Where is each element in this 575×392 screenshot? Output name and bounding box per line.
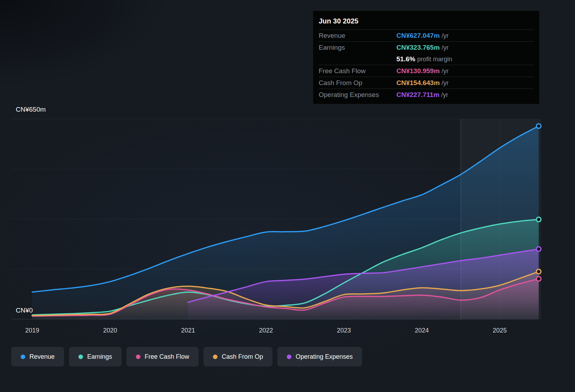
legend-item-revenue[interactable]: Revenue [11,347,64,366]
endpoint-earnings [536,217,541,222]
legend-label: Cash From Op [222,353,263,360]
x-axis-label: 2021 [181,327,195,334]
x-axis-label: 2019 [25,327,39,334]
tooltip-label: Operating Expenses [319,91,396,99]
legend-item-earnings[interactable]: Earnings [69,347,122,366]
y-axis-max-label: CN¥650m [16,106,46,113]
x-axis-label: 2020 [103,327,117,334]
chart-panel: Jun 30 2025 Revenue CN¥627.047m /yr Earn… [0,0,575,392]
legend-label: Earnings [87,353,112,360]
tooltip-value: CN¥154.643m /yr [396,79,534,87]
tooltip-value: CN¥323.765m /yr [396,44,534,51]
tooltip-value: CN¥227.711m /yr [396,91,534,99]
legend-label: Revenue [29,353,55,360]
x-axis-label: 2023 [337,327,351,334]
endpoint-free_cash_flow [536,276,541,281]
legend-item-operating-expenses[interactable]: Operating Expenses [277,347,362,366]
legend-item-free-cash-flow[interactable]: Free Cash Flow [126,347,199,366]
tooltip-row-revenue: Revenue CN¥627.047m /yr [319,29,534,41]
x-axis-label: 2025 [493,327,507,334]
revenue-dot-icon [21,355,25,359]
tooltip-value: CN¥130.959m /yr [396,67,534,75]
tooltip-date: Jun 30 2025 [319,14,534,29]
earnings-dot-icon [78,355,83,359]
tooltip-row-profit-margin: 51.6% profit margin [319,53,534,65]
tooltip-label: Cash From Op [319,79,396,87]
plot-svg[interactable]: 2019202020212022202320242025 [11,119,538,337]
tooltip-label: Free Cash Flow [319,67,396,75]
tooltip-label: Revenue [319,32,396,40]
profit-margin: 51.6% profit margin [396,55,534,63]
tooltip-row-operating-expenses: Operating Expenses CN¥227.711m /yr [319,89,534,100]
tooltip-row-earnings: Earnings CN¥323.765m /yr [319,41,534,53]
chart-plot-area[interactable]: 2019202020212022202320242025 [11,119,538,337]
cash-from-op-dot-icon [213,355,217,359]
endpoint-revenue [536,124,541,128]
free-cash-flow-dot-icon [136,355,140,359]
legend: Revenue Earnings Free Cash Flow Cash Fro… [11,347,362,366]
tooltip-value: CN¥627.047m /yr [396,32,534,40]
x-axis-label: 2022 [259,327,273,334]
legend-item-cash-from-op[interactable]: Cash From Op [203,347,272,366]
tooltip-label: Earnings [319,44,396,51]
legend-label: Free Cash Flow [145,353,189,360]
operating-expenses-dot-icon [287,355,291,359]
legend-label: Operating Expenses [296,353,353,360]
endpoint-cash_from_op [536,269,541,274]
tooltip-row-cash-from-op: Cash From Op CN¥154.643m /yr [319,77,534,89]
x-axis-label: 2024 [415,327,429,334]
endpoint-operating_expenses [536,247,541,251]
data-tooltip: Jun 30 2025 Revenue CN¥627.047m /yr Earn… [313,10,540,104]
tooltip-row-free-cash-flow: Free Cash Flow CN¥130.959m /yr [319,65,534,77]
